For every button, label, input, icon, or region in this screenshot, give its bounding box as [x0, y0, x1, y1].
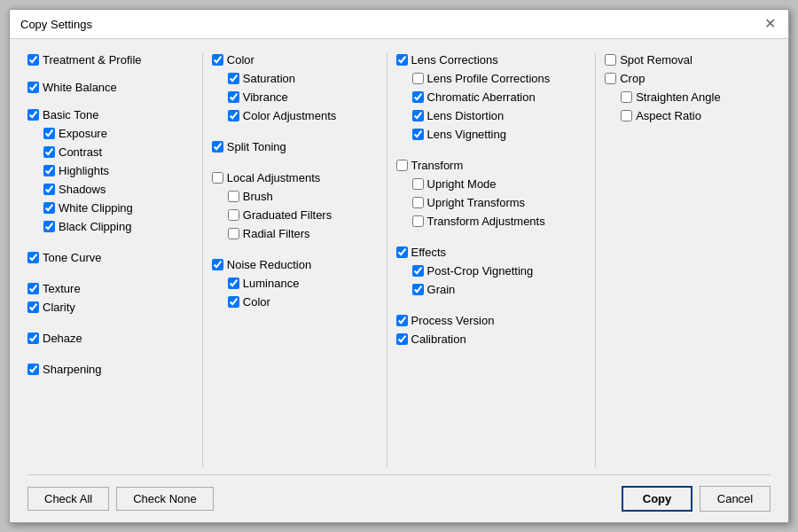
checkbox-exposure[interactable]: Exposure	[27, 127, 184, 140]
checkbox-input-lens_corrections[interactable]	[396, 54, 408, 66]
checkbox-transform_adjustments[interactable]: Transform Adjustments	[396, 215, 578, 228]
checkbox-input-crop[interactable]	[605, 73, 616, 84]
checkbox-local_adjustments[interactable]: Local Adjustments	[212, 171, 369, 184]
close-button[interactable]: ✕	[763, 17, 778, 31]
checkbox-input-straighten_angle[interactable]	[621, 91, 632, 103]
checkbox-aspect_ratio[interactable]: Aspect Ratio	[605, 109, 762, 122]
checkbox-input-aspect_ratio[interactable]	[621, 110, 632, 121]
checkbox-luminance[interactable]: Luminance	[212, 277, 369, 290]
checkbox-tone_curve[interactable]: Tone Curve	[27, 251, 184, 264]
checkbox-vibrance[interactable]: Vibrance	[212, 90, 369, 104]
checkbox-transform[interactable]: Transform	[396, 159, 578, 172]
checkbox-input-lens_vignetting[interactable]	[412, 129, 424, 140]
checkbox-texture[interactable]: Texture	[27, 282, 184, 295]
checkbox-graduated_filters[interactable]: Graduated Filters	[212, 208, 369, 222]
checkbox-input-sharpening[interactable]	[27, 364, 39, 375]
checkbox-white_clipping[interactable]: White Clipping	[27, 201, 184, 215]
checkbox-white_balance[interactable]: White Balance	[27, 81, 184, 94]
checkbox-clarity[interactable]: Clarity	[27, 301, 184, 314]
checkbox-input-treatment[interactable]	[27, 54, 39, 66]
checkbox-lens_corrections[interactable]: Lens Corrections	[396, 53, 578, 66]
checkbox-label-color_nr: Color	[243, 295, 270, 309]
checkbox-input-brush[interactable]	[228, 191, 239, 202]
checkbox-input-basic_tone[interactable]	[27, 109, 39, 121]
checkbox-input-color[interactable]	[212, 54, 223, 66]
column-2: ColorSaturationVibranceColor Adjustments…	[212, 53, 378, 467]
checkbox-input-color_adjustments[interactable]	[228, 110, 239, 121]
checkbox-input-noise_reduction[interactable]	[212, 259, 223, 270]
checkbox-lens_vignetting[interactable]: Lens Vignetting	[396, 128, 578, 141]
checkbox-input-transform[interactable]	[396, 160, 408, 171]
checkbox-noise_reduction[interactable]: Noise Reduction	[212, 258, 369, 271]
checkbox-input-grain[interactable]	[412, 284, 424, 295]
checkbox-basic_tone[interactable]: Basic Tone	[27, 108, 184, 121]
checkbox-input-texture[interactable]	[27, 283, 39, 294]
checkbox-input-tone_curve[interactable]	[27, 252, 39, 263]
checkbox-process_version[interactable]: Process Version	[396, 314, 578, 327]
checkbox-input-local_adjustments[interactable]	[212, 172, 223, 184]
checkbox-brush[interactable]: Brush	[212, 190, 369, 203]
checkbox-input-calibration[interactable]	[396, 333, 408, 345]
checkbox-label-black_clipping: Black Clipping	[59, 220, 131, 233]
checkbox-lens_profile[interactable]: Lens Profile Corrections	[396, 72, 578, 85]
checkbox-input-white_clipping[interactable]	[43, 202, 55, 214]
check-all-button[interactable]: Check All	[27, 487, 109, 511]
checkbox-input-vibrance[interactable]	[228, 91, 239, 103]
checkbox-input-lens_profile[interactable]	[412, 73, 424, 84]
checkbox-spot_removal[interactable]: Spot Removal	[605, 53, 762, 66]
checkbox-chromatic_aberration[interactable]: Chromatic Aberration	[396, 90, 578, 104]
checkbox-input-transform_adjustments[interactable]	[412, 215, 424, 227]
checkbox-crop[interactable]: Crop	[605, 72, 762, 85]
checkbox-input-process_version[interactable]	[396, 315, 408, 326]
checkbox-input-highlights[interactable]	[43, 165, 55, 176]
checkbox-input-upright_transforms[interactable]	[412, 197, 424, 208]
checkbox-highlights[interactable]: Highlights	[27, 164, 184, 177]
checkbox-lens_distortion[interactable]: Lens Distortion	[396, 109, 578, 122]
check-none-button[interactable]: Check None	[116, 487, 214, 511]
checkbox-input-upright_mode[interactable]	[412, 178, 424, 190]
checkbox-input-split_toning[interactable]	[212, 141, 223, 153]
column-4: Spot RemovalCropStraighten AngleAspect R…	[605, 53, 771, 467]
checkbox-input-black_clipping[interactable]	[43, 221, 55, 232]
checkbox-input-graduated_filters[interactable]	[228, 209, 239, 221]
checkbox-color_adjustments[interactable]: Color Adjustments	[212, 109, 369, 122]
checkbox-input-luminance[interactable]	[228, 278, 239, 289]
checkbox-label-local_adjustments: Local Adjustments	[227, 171, 321, 184]
checkbox-saturation[interactable]: Saturation	[212, 72, 369, 85]
checkbox-sharpening[interactable]: Sharpening	[27, 363, 184, 376]
checkbox-input-shadows[interactable]	[43, 184, 55, 195]
checkbox-label-upright_transforms: Upright Transforms	[427, 196, 526, 209]
checkbox-input-exposure[interactable]	[43, 128, 55, 139]
checkbox-treatment[interactable]: Treatment & Profile	[27, 53, 184, 66]
checkbox-calibration[interactable]: Calibration	[396, 332, 578, 346]
checkbox-input-effects[interactable]	[396, 246, 408, 258]
checkbox-effects[interactable]: Effects	[396, 246, 578, 259]
checkbox-dehaze[interactable]: Dehaze	[27, 332, 184, 345]
checkbox-color[interactable]: Color	[212, 53, 369, 66]
checkbox-black_clipping[interactable]: Black Clipping	[27, 220, 184, 233]
checkbox-contrast[interactable]: Contrast	[27, 145, 184, 159]
checkbox-input-post_crop[interactable]	[412, 265, 424, 277]
checkbox-shadows[interactable]: Shadows	[27, 183, 184, 196]
checkbox-input-white_balance[interactable]	[27, 82, 39, 93]
checkbox-grain[interactable]: Grain	[396, 283, 578, 296]
checkbox-input-clarity[interactable]	[27, 301, 39, 313]
checkbox-input-dehaze[interactable]	[27, 332, 39, 344]
checkbox-input-spot_removal[interactable]	[605, 54, 616, 66]
checkbox-split_toning[interactable]: Split Toning	[212, 140, 369, 153]
checkbox-input-radial_filters[interactable]	[228, 228, 239, 239]
checkbox-input-lens_distortion[interactable]	[412, 110, 424, 121]
checkbox-input-saturation[interactable]	[228, 73, 239, 84]
checkbox-straighten_angle[interactable]: Straighten Angle	[605, 90, 762, 104]
checkbox-radial_filters[interactable]: Radial Filters	[212, 227, 369, 240]
checkbox-upright_mode[interactable]: Upright Mode	[396, 177, 578, 191]
checkbox-post_crop[interactable]: Post-Crop Vignetting	[396, 264, 578, 278]
checkbox-color_nr[interactable]: Color	[212, 295, 369, 309]
checkbox-input-contrast[interactable]	[43, 146, 55, 158]
checkbox-label-post_crop: Post-Crop Vignetting	[427, 264, 534, 278]
cancel-button[interactable]: Cancel	[700, 486, 771, 512]
checkbox-input-chromatic_aberration[interactable]	[412, 91, 424, 103]
copy-button[interactable]: Copy	[622, 486, 692, 512]
checkbox-upright_transforms[interactable]: Upright Transforms	[396, 196, 578, 209]
checkbox-input-color_nr[interactable]	[228, 296, 239, 308]
